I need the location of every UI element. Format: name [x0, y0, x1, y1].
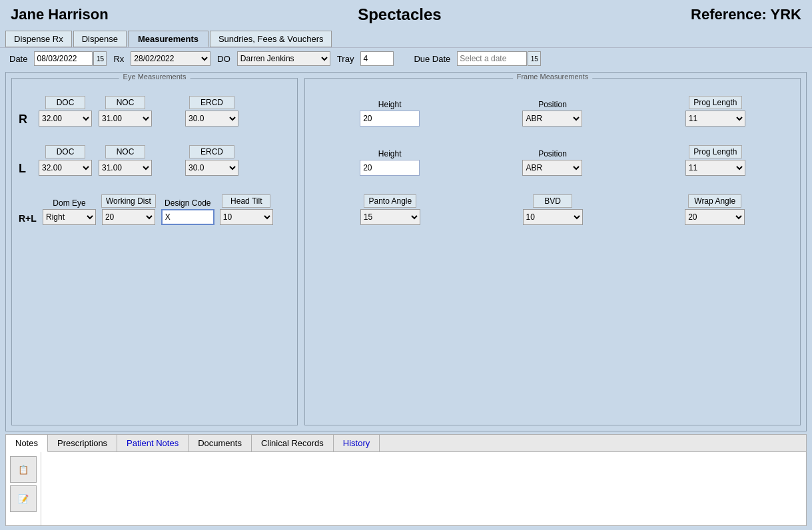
working-dist-btn[interactable]: Working Dist: [101, 194, 156, 208]
due-date-label: Due Date: [414, 54, 450, 64]
r-ercd-group: ERCD 30.0: [185, 96, 238, 127]
r-height-group: Height: [312, 100, 468, 127]
r-label: R: [19, 113, 32, 127]
rx-select[interactable]: 28/02/2022: [131, 51, 210, 66]
tab-dispense[interactable]: Dispense: [73, 31, 127, 47]
l-height-label: Height: [378, 149, 402, 158]
r-doc-btn[interactable]: DOC: [45, 96, 86, 109]
wrap-angle-group: Wrap Angle 20: [636, 194, 793, 225]
page-title: Spectacles: [358, 5, 441, 24]
tab-history[interactable]: History: [334, 435, 380, 451]
rl-label: R+L: [19, 213, 37, 224]
dom-eye-select[interactable]: Right: [43, 209, 96, 225]
l-doc-select[interactable]: 32.00: [39, 160, 92, 176]
tab-dispense-rx[interactable]: Dispense Rx: [5, 31, 72, 47]
r-ercd-select[interactable]: 30.0: [185, 111, 238, 127]
l-noc-btn[interactable]: NOC: [105, 145, 146, 158]
r-height-label: Height: [378, 100, 402, 109]
r-position-group: Position ABR: [474, 100, 630, 127]
l-position-label: Position: [538, 149, 567, 158]
dom-eye-label: Dom Eye: [53, 198, 85, 208]
tab-notes[interactable]: Notes: [6, 435, 48, 452]
tab-sundries[interactable]: Sundries, Fees & Vouchers: [210, 31, 332, 47]
l-doc-group: DOC 32.00: [39, 145, 92, 176]
due-date-wrap: 15: [457, 51, 541, 66]
tab-prescriptions[interactable]: Prescriptions: [48, 435, 117, 451]
r-noc-group: NOC 31.00: [99, 96, 152, 127]
l-ercd-group: ERCD 30.0: [185, 145, 238, 176]
l-prog-length-btn[interactable]: Prog Length: [689, 145, 741, 158]
reference: Reference: YRK: [691, 6, 801, 23]
design-code-input[interactable]: [161, 209, 214, 225]
bottom-content: 📋 📝: [6, 452, 806, 525]
design-code-label: Design Code: [165, 198, 210, 208]
l-height-group: Height: [312, 149, 468, 176]
l-ercd-select[interactable]: 30.0: [185, 160, 238, 176]
tab-documents[interactable]: Documents: [189, 435, 252, 451]
tray-input[interactable]: [360, 51, 394, 66]
frame-measurements-title: Frame Measurements: [513, 73, 593, 81]
panto-angle-btn[interactable]: Panto Angle: [364, 194, 416, 208]
rx-label: Rx: [113, 54, 124, 64]
frame-measurements-box: Frame Measurements Height Position ABR P…: [304, 78, 801, 425]
r-noc-select[interactable]: 31.00: [99, 111, 152, 127]
tab-patient-notes[interactable]: Patient Notes: [117, 435, 189, 451]
tab-measurements[interactable]: Measurements: [128, 31, 208, 47]
r-ercd-btn[interactable]: ERCD: [189, 96, 234, 109]
tab-clinical-records[interactable]: Clinical Records: [252, 435, 334, 451]
r-position-label: Position: [538, 100, 567, 109]
note-icon: 📋: [18, 465, 29, 475]
tray-label: Tray: [337, 54, 354, 64]
date-field-wrap: 15: [34, 51, 107, 66]
bottom-tabs-row: Notes Prescriptions Patient Notes Docume…: [6, 435, 806, 452]
l-position-group: Position ABR: [474, 149, 630, 176]
r-noc-btn[interactable]: NOC: [105, 96, 146, 109]
l-noc-select[interactable]: 31.00: [99, 160, 152, 176]
note-icon-btn[interactable]: 📋: [10, 456, 37, 483]
design-code-group: Design Code: [161, 198, 214, 225]
edit-icon: 📝: [18, 494, 29, 504]
panto-angle-group: Panto Angle 15: [312, 194, 469, 225]
bottom-icons-panel: 📋 📝: [6, 452, 41, 525]
r-position-select[interactable]: ABR: [522, 111, 582, 127]
l-height-input[interactable]: [360, 160, 420, 176]
l-noc-group: NOC 31.00: [99, 145, 152, 176]
head-tilt-group: Head Tilt 10: [220, 194, 273, 225]
due-date-input[interactable]: [457, 51, 527, 66]
r-height-input[interactable]: [360, 111, 420, 127]
r-doc-select[interactable]: 32.00: [39, 111, 92, 127]
head-tilt-select[interactable]: 10: [220, 209, 273, 225]
bvd-btn[interactable]: BVD: [533, 194, 572, 208]
bottom-section: Notes Prescriptions Patient Notes Docume…: [5, 434, 807, 526]
l-position-select[interactable]: ABR: [522, 160, 582, 176]
date-calendar-btn[interactable]: 15: [93, 51, 107, 66]
r-doc-group: DOC 32.00: [39, 96, 92, 127]
dom-eye-group: Dom Eye Right: [43, 198, 96, 225]
eye-measurements-box: Eye Measurements R DOC 32.00 NOC 31.00: [11, 78, 298, 425]
date-input[interactable]: [34, 51, 93, 66]
wrap-angle-select[interactable]: 20: [685, 209, 745, 225]
l-ercd-btn[interactable]: ERCD: [189, 145, 234, 158]
working-dist-group: Working Dist 20: [101, 194, 156, 225]
do-label: DO: [217, 54, 230, 64]
wrap-angle-btn[interactable]: Wrap Angle: [688, 194, 741, 208]
l-label: L: [19, 162, 32, 176]
l-prog-length-select[interactable]: 11: [685, 160, 745, 176]
l-prog-length-group: Prog Length 11: [637, 145, 793, 176]
r-prog-length-select[interactable]: 11: [685, 111, 745, 127]
eye-measurements-title: Eye Measurements: [119, 73, 191, 81]
date-label: Date: [9, 54, 27, 64]
patient-name: Jane Harrison: [11, 6, 109, 23]
l-doc-btn[interactable]: DOC: [45, 145, 86, 158]
panto-angle-select[interactable]: 15: [360, 209, 420, 225]
do-select[interactable]: Darren Jenkins: [237, 51, 330, 66]
r-prog-length-btn[interactable]: Prog Length: [689, 96, 741, 109]
notes-content-area: [41, 452, 806, 525]
due-date-calendar-btn[interactable]: 15: [528, 51, 541, 66]
edit-icon-btn[interactable]: 📝: [10, 485, 37, 512]
measurements-panel: Eye Measurements R DOC 32.00 NOC 31.00: [5, 72, 807, 431]
r-prog-length-group: Prog Length 11: [637, 96, 793, 127]
working-dist-select[interactable]: 20: [102, 209, 155, 225]
head-tilt-btn[interactable]: Head Tilt: [222, 194, 270, 208]
bvd-select[interactable]: 10: [523, 209, 583, 225]
